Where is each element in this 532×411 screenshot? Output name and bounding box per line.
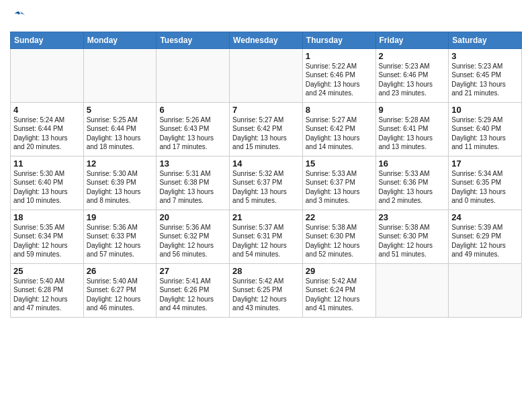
- calendar: SundayMondayTuesdayWednesdayThursdayFrid…: [10, 32, 522, 318]
- calendar-cell: 21Sunrise: 5:37 AM Sunset: 6:31 PM Dayli…: [230, 210, 303, 263]
- day-info: Sunrise: 5:36 AM Sunset: 6:33 PM Dayligh…: [87, 223, 154, 259]
- calendar-week-row: 11Sunrise: 5:30 AM Sunset: 6:40 PM Dayli…: [11, 156, 522, 210]
- day-info: Sunrise: 5:42 AM Sunset: 6:25 PM Dayligh…: [232, 277, 300, 313]
- day-info: Sunrise: 5:27 AM Sunset: 6:42 PM Dayligh…: [232, 116, 300, 152]
- calendar-cell: 23Sunrise: 5:38 AM Sunset: 6:30 PM Dayli…: [375, 210, 449, 263]
- logo: [10, 9, 26, 28]
- calendar-cell: [230, 48, 303, 102]
- day-info: Sunrise: 5:30 AM Sunset: 6:40 PM Dayligh…: [13, 169, 81, 205]
- calendar-week-row: 1Sunrise: 5:22 AM Sunset: 6:46 PM Daylig…: [11, 48, 522, 102]
- day-info: Sunrise: 5:33 AM Sunset: 6:37 PM Dayligh…: [306, 169, 373, 205]
- calendar-week-row: 4Sunrise: 5:24 AM Sunset: 6:44 PM Daylig…: [11, 102, 522, 156]
- calendar-cell: 1Sunrise: 5:22 AM Sunset: 6:46 PM Daylig…: [302, 48, 375, 102]
- calendar-cell: 7Sunrise: 5:27 AM Sunset: 6:42 PM Daylig…: [230, 102, 303, 156]
- day-number: 24: [451, 212, 519, 222]
- calendar-cell: [375, 263, 449, 317]
- calendar-week-row: 25Sunrise: 5:40 AM Sunset: 6:28 PM Dayli…: [11, 263, 522, 317]
- calendar-cell: [157, 48, 230, 102]
- day-number: 9: [379, 105, 446, 115]
- calendar-cell: [11, 48, 84, 102]
- calendar-cell: 5Sunrise: 5:25 AM Sunset: 6:44 PM Daylig…: [83, 102, 157, 156]
- day-header-thursday: Thursday: [302, 32, 375, 48]
- day-info: Sunrise: 5:33 AM Sunset: 6:36 PM Dayligh…: [379, 169, 446, 205]
- header: [10, 7, 522, 28]
- day-header-monday: Monday: [83, 32, 157, 48]
- day-info: Sunrise: 5:22 AM Sunset: 6:46 PM Dayligh…: [306, 62, 373, 98]
- day-number: 5: [87, 105, 154, 115]
- day-number: 28: [232, 266, 300, 276]
- calendar-cell: 4Sunrise: 5:24 AM Sunset: 6:44 PM Daylig…: [11, 102, 84, 156]
- day-info: Sunrise: 5:40 AM Sunset: 6:27 PM Dayligh…: [87, 277, 154, 313]
- calendar-cell: 6Sunrise: 5:26 AM Sunset: 6:43 PM Daylig…: [157, 102, 230, 156]
- logo-text: [10, 9, 26, 28]
- day-number: 3: [451, 51, 519, 61]
- calendar-cell: 10Sunrise: 5:29 AM Sunset: 6:40 PM Dayli…: [449, 102, 522, 156]
- logo-bird-icon: [11, 9, 26, 24]
- day-number: 10: [451, 105, 519, 115]
- day-number: 15: [306, 158, 373, 169]
- calendar-cell: [449, 263, 522, 317]
- day-info: Sunrise: 5:41 AM Sunset: 6:26 PM Dayligh…: [159, 277, 226, 313]
- calendar-cell: 8Sunrise: 5:27 AM Sunset: 6:42 PM Daylig…: [302, 102, 375, 156]
- day-number: 19: [87, 212, 154, 222]
- day-number: 2: [379, 51, 446, 61]
- day-info: Sunrise: 5:35 AM Sunset: 6:34 PM Dayligh…: [13, 223, 81, 259]
- day-number: 16: [379, 158, 446, 169]
- day-info: Sunrise: 5:26 AM Sunset: 6:43 PM Dayligh…: [159, 116, 226, 152]
- day-info: Sunrise: 5:32 AM Sunset: 6:37 PM Dayligh…: [232, 169, 300, 205]
- calendar-cell: 28Sunrise: 5:42 AM Sunset: 6:25 PM Dayli…: [230, 263, 303, 317]
- calendar-week-row: 18Sunrise: 5:35 AM Sunset: 6:34 PM Dayli…: [11, 210, 522, 263]
- day-number: 29: [306, 266, 373, 276]
- calendar-cell: 24Sunrise: 5:39 AM Sunset: 6:29 PM Dayli…: [449, 210, 522, 263]
- calendar-cell: 2Sunrise: 5:23 AM Sunset: 6:46 PM Daylig…: [375, 48, 449, 102]
- day-info: Sunrise: 5:27 AM Sunset: 6:42 PM Dayligh…: [306, 116, 373, 152]
- day-number: 4: [13, 105, 81, 115]
- day-number: 14: [232, 158, 300, 169]
- calendar-cell: 26Sunrise: 5:40 AM Sunset: 6:27 PM Dayli…: [83, 263, 157, 317]
- day-header-sunday: Sunday: [11, 32, 84, 48]
- day-number: 27: [159, 266, 226, 276]
- day-info: Sunrise: 5:37 AM Sunset: 6:31 PM Dayligh…: [232, 223, 300, 259]
- day-info: Sunrise: 5:31 AM Sunset: 6:38 PM Dayligh…: [159, 169, 226, 205]
- day-info: Sunrise: 5:39 AM Sunset: 6:29 PM Dayligh…: [451, 223, 519, 259]
- calendar-cell: 27Sunrise: 5:41 AM Sunset: 6:26 PM Dayli…: [157, 263, 230, 317]
- calendar-cell: 13Sunrise: 5:31 AM Sunset: 6:38 PM Dayli…: [157, 156, 230, 210]
- day-header-wednesday: Wednesday: [230, 32, 303, 48]
- day-info: Sunrise: 5:38 AM Sunset: 6:30 PM Dayligh…: [379, 223, 446, 259]
- day-info: Sunrise: 5:38 AM Sunset: 6:30 PM Dayligh…: [306, 223, 373, 259]
- day-info: Sunrise: 5:28 AM Sunset: 6:41 PM Dayligh…: [379, 116, 446, 152]
- day-number: 22: [306, 212, 373, 222]
- calendar-cell: [83, 48, 157, 102]
- calendar-cell: 12Sunrise: 5:30 AM Sunset: 6:39 PM Dayli…: [83, 156, 157, 210]
- calendar-cell: 19Sunrise: 5:36 AM Sunset: 6:33 PM Dayli…: [83, 210, 157, 263]
- calendar-cell: 3Sunrise: 5:23 AM Sunset: 6:45 PM Daylig…: [449, 48, 522, 102]
- day-info: Sunrise: 5:34 AM Sunset: 6:35 PM Dayligh…: [451, 169, 519, 205]
- day-header-saturday: Saturday: [449, 32, 522, 48]
- calendar-cell: 14Sunrise: 5:32 AM Sunset: 6:37 PM Dayli…: [230, 156, 303, 210]
- day-number: 20: [159, 212, 226, 222]
- day-number: 23: [379, 212, 446, 222]
- day-info: Sunrise: 5:25 AM Sunset: 6:44 PM Dayligh…: [87, 116, 154, 152]
- day-info: Sunrise: 5:23 AM Sunset: 6:45 PM Dayligh…: [451, 62, 519, 98]
- day-number: 12: [87, 158, 154, 169]
- calendar-cell: 16Sunrise: 5:33 AM Sunset: 6:36 PM Dayli…: [375, 156, 449, 210]
- day-number: 8: [306, 105, 373, 115]
- day-number: 11: [13, 158, 81, 169]
- day-number: 1: [306, 51, 373, 61]
- day-info: Sunrise: 5:29 AM Sunset: 6:40 PM Dayligh…: [451, 116, 519, 152]
- calendar-cell: 17Sunrise: 5:34 AM Sunset: 6:35 PM Dayli…: [449, 156, 522, 210]
- calendar-cell: 20Sunrise: 5:36 AM Sunset: 6:32 PM Dayli…: [157, 210, 230, 263]
- calendar-cell: 18Sunrise: 5:35 AM Sunset: 6:34 PM Dayli…: [11, 210, 84, 263]
- day-header-tuesday: Tuesday: [157, 32, 230, 48]
- day-number: 18: [13, 212, 81, 222]
- calendar-cell: 11Sunrise: 5:30 AM Sunset: 6:40 PM Dayli…: [11, 156, 84, 210]
- calendar-cell: 15Sunrise: 5:33 AM Sunset: 6:37 PM Dayli…: [302, 156, 375, 210]
- calendar-header-row: SundayMondayTuesdayWednesdayThursdayFrid…: [11, 32, 522, 48]
- day-info: Sunrise: 5:36 AM Sunset: 6:32 PM Dayligh…: [159, 223, 226, 259]
- day-header-friday: Friday: [375, 32, 449, 48]
- day-info: Sunrise: 5:30 AM Sunset: 6:39 PM Dayligh…: [87, 169, 154, 205]
- day-info: Sunrise: 5:23 AM Sunset: 6:46 PM Dayligh…: [379, 62, 446, 98]
- day-info: Sunrise: 5:42 AM Sunset: 6:24 PM Dayligh…: [306, 277, 373, 313]
- day-info: Sunrise: 5:24 AM Sunset: 6:44 PM Dayligh…: [13, 116, 81, 152]
- day-info: Sunrise: 5:40 AM Sunset: 6:28 PM Dayligh…: [13, 277, 81, 313]
